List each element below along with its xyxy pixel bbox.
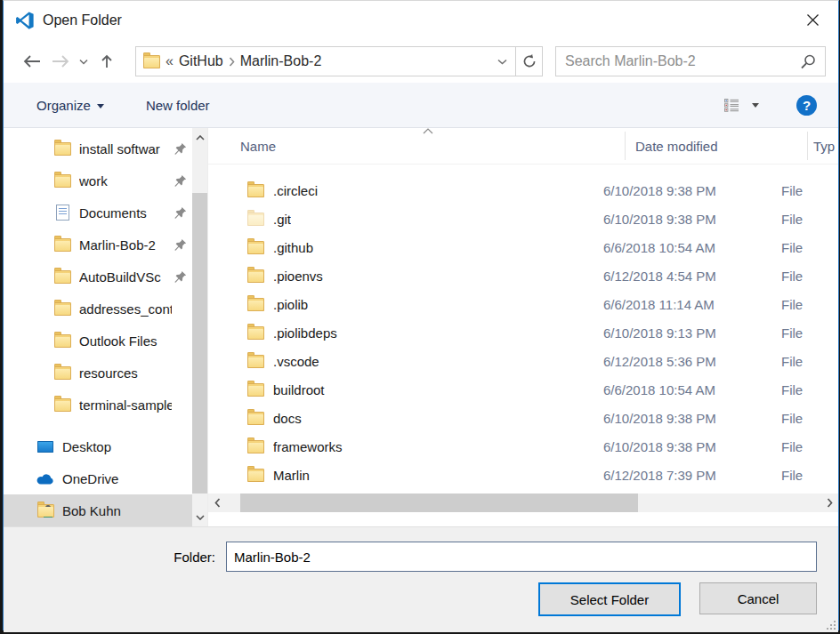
file-name: .piolibdeps [273, 325, 337, 341]
file-row[interactable]: .vscode 6/12/2018 5:36 PM File [208, 347, 838, 375]
onedrive-cloud-icon [36, 473, 54, 485]
file-row[interactable]: .piolibdeps 6/10/2018 9:13 PM File [208, 318, 838, 347]
breadcrumb-segment-marlin[interactable]: Marlin-Bob-2 [235, 53, 327, 69]
file-date-modified: 6/10/2018 9:38 PM [603, 183, 781, 198]
file-row[interactable]: .piolib 6/6/2018 11:14 AM File [208, 290, 838, 318]
help-button[interactable]: ? [796, 95, 817, 116]
file-type: File [781, 468, 838, 483]
file-date-modified: 6/12/2018 5:36 PM [603, 354, 781, 369]
window-title: Open Folder [43, 12, 122, 28]
sidebar-item[interactable]: resources [4, 357, 192, 389]
column-header-type[interactable]: Typ [813, 139, 838, 154]
sidebar-item[interactable]: Documents [4, 197, 192, 229]
recent-locations-button[interactable] [75, 47, 93, 76]
file-name: .piolib [273, 297, 308, 312]
file-row[interactable]: docs 6/10/2018 9:38 PM File [208, 404, 838, 432]
sidebar-item[interactable]: addresses_conta [4, 293, 192, 325]
refresh-icon [521, 53, 537, 69]
file-type: File [781, 297, 838, 312]
forward-button[interactable] [46, 47, 75, 76]
scrollbar-thumb[interactable] [192, 193, 207, 494]
chevron-down-icon [196, 515, 205, 520]
sidebar-item-label: addresses_conta [79, 301, 172, 317]
file-row[interactable]: .pioenvs 6/12/2018 4:54 PM File [208, 261, 838, 290]
file-type: File [781, 183, 838, 198]
column-header-date-modified[interactable]: Date modified [635, 139, 813, 154]
sidebar-item-label: AutoBuildVSc [79, 269, 172, 285]
folder-icon [247, 383, 264, 397]
file-name: .pioenvs [273, 269, 323, 284]
back-button[interactable] [18, 47, 46, 76]
document-icon [56, 205, 69, 221]
sidebar-item[interactable]: install softwar [4, 132, 192, 165]
sidebar-item-label: Outlook Files [79, 333, 172, 349]
search-icon[interactable] [800, 54, 816, 69]
file-row[interactable]: .git 6/10/2018 9:38 PM File [208, 205, 838, 233]
sidebar-item[interactable]: Marlin-Bob-2 [4, 229, 192, 261]
file-row[interactable]: frameworks 6/10/2018 9:38 PM File [208, 432, 838, 461]
change-view-button[interactable] [724, 99, 759, 112]
scrollbar-thumb[interactable] [240, 494, 638, 512]
column-divider[interactable] [807, 132, 808, 160]
address-folder-icon [143, 55, 160, 68]
file-row[interactable]: .github 6/6/2018 10:54 AM File [208, 233, 838, 261]
list-horizontal-scrollbar[interactable] [208, 494, 838, 512]
dialog-buttons: Select Folder Cancel [538, 582, 817, 616]
column-header-name[interactable]: Name [240, 139, 635, 154]
up-arrow-icon [100, 53, 114, 69]
file-row[interactable]: Marlin 6/12/2018 7:39 PM File [208, 461, 838, 489]
file-type: File [781, 269, 838, 284]
new-folder-button[interactable]: New folder [146, 98, 210, 113]
new-folder-label: New folder [146, 98, 210, 113]
folder-field-row: Folder: [4, 542, 817, 572]
folder-name-input[interactable] [226, 542, 817, 572]
sidebar-item-label: install softwar [79, 141, 172, 156]
sidebar-item[interactable]: Outlook Files [4, 325, 192, 357]
sidebar-item[interactable]: Bob Kuhn [4, 494, 192, 526]
scroll-right-button[interactable] [822, 494, 836, 512]
folder-icon [247, 469, 264, 482]
file-row[interactable]: buildroot 6/6/2018 10:54 AM File [208, 375, 838, 404]
sidebar-item[interactable]: work [4, 165, 192, 197]
file-row[interactable]: .circleci 6/10/2018 9:38 PM File [208, 176, 838, 205]
organize-menu[interactable]: Organize [36, 98, 104, 113]
breadcrumb-segment-github[interactable]: GitHub [174, 53, 229, 69]
back-arrow-icon [22, 54, 42, 68]
sidebar-scrollbar[interactable] [192, 128, 207, 526]
resize-grip-icon[interactable] [825, 619, 836, 630]
scroll-down-button[interactable] [192, 510, 207, 525]
address-dropdown-button[interactable] [488, 47, 515, 76]
file-type: File [781, 411, 838, 426]
file-date-modified: 6/12/2018 7:39 PM [603, 468, 781, 483]
sidebar-item-label: Marlin-Bob-2 [79, 237, 172, 253]
folder-icon [247, 213, 264, 226]
breadcrumb-overflow[interactable]: « [166, 53, 174, 69]
pin-icon [174, 270, 187, 284]
file-date-modified: 6/6/2018 10:54 AM [603, 240, 781, 255]
file-name: .github [273, 240, 313, 255]
file-name: docs [273, 411, 302, 426]
sidebar-item[interactable]: terminal-sample [4, 389, 192, 421]
cancel-button[interactable]: Cancel [699, 582, 817, 614]
file-date-modified: 6/6/2018 10:54 AM [603, 382, 781, 397]
file-type: File [781, 382, 838, 397]
search-input[interactable] [556, 53, 798, 69]
sidebar-item-label: OneDrive [62, 471, 172, 486]
file-date-modified: 6/6/2018 11:14 AM [603, 297, 781, 312]
refresh-button[interactable] [516, 46, 543, 76]
sidebar-item[interactable]: AutoBuildVSc [4, 261, 192, 293]
sidebar-item[interactable]: Desktop [4, 430, 192, 462]
folder-icon [247, 184, 264, 197]
close-button[interactable] [794, 4, 831, 35]
select-folder-button[interactable]: Select Folder [538, 582, 681, 616]
file-type: File [781, 439, 838, 454]
search-box [555, 46, 826, 76]
scroll-left-button[interactable] [210, 494, 224, 512]
sidebar-item[interactable]: OneDrive [4, 462, 192, 494]
address-bar[interactable]: « GitHub Marlin-Bob-2 [135, 46, 516, 76]
up-button[interactable] [93, 47, 121, 76]
scroll-up-button[interactable] [192, 130, 207, 145]
file-type: File [781, 212, 838, 227]
folder-icon [247, 326, 264, 340]
column-divider[interactable] [625, 132, 626, 160]
